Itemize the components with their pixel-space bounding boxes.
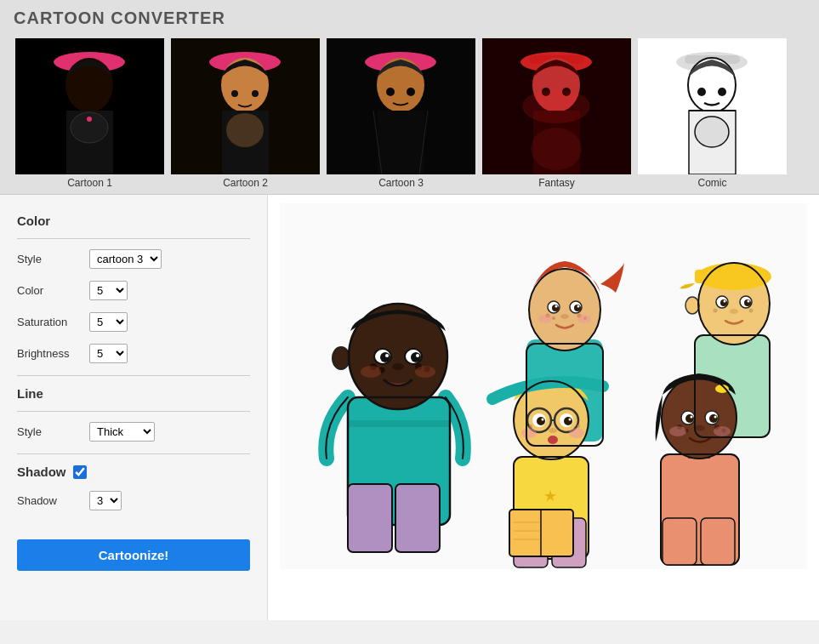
svg-point-111 (577, 425, 580, 428)
divider-line (17, 375, 250, 376)
svg-point-38 (697, 88, 706, 96)
svg-point-3 (65, 58, 113, 112)
svg-point-59 (577, 315, 591, 323)
shadow-header: Shadow (17, 464, 250, 479)
svg-rect-19 (378, 111, 424, 174)
thumb-fantasy[interactable]: Fantasy (481, 37, 633, 194)
style-select[interactable]: cartoon 1 cartoon 2 cartoon 3 fantasy co… (89, 249, 162, 269)
svg-point-18 (377, 58, 424, 112)
svg-point-82 (411, 352, 421, 362)
app-title: CARTOON CONVERTER (14, 9, 805, 28)
svg-point-118 (685, 414, 694, 423)
svg-point-70 (748, 300, 750, 303)
svg-rect-139 (348, 484, 392, 552)
thumb-cartoon2[interactable]: Cartoon 2 (169, 37, 321, 194)
svg-point-120 (691, 416, 693, 419)
left-panel: Color Style cartoon 1 cartoon 2 cartoon … (0, 195, 268, 620)
color-section-title: Color (17, 214, 250, 228)
svg-point-108 (521, 428, 537, 438)
svg-point-58 (538, 315, 552, 323)
shadow-row: Shadow 12 3 45 (17, 491, 250, 510)
svg-point-10 (221, 58, 269, 112)
shadow-section-title: Shadow (17, 464, 66, 479)
thumb-comic-label: Comic (697, 174, 726, 192)
svg-point-83 (385, 354, 389, 357)
svg-point-54 (552, 316, 555, 320)
svg-point-90 (361, 366, 381, 378)
svg-point-57 (560, 314, 569, 319)
svg-point-119 (709, 414, 718, 423)
divider-shadow (17, 453, 250, 454)
svg-point-91 (415, 366, 435, 378)
svg-point-105 (569, 419, 572, 421)
svg-point-81 (380, 352, 390, 362)
svg-point-128 (714, 426, 731, 436)
svg-point-71 (730, 309, 738, 314)
shadow-select[interactable]: 12 3 45 (89, 491, 122, 510)
svg-point-6 (87, 117, 92, 122)
svg-point-74 (685, 297, 699, 314)
svg-point-89 (392, 363, 404, 370)
thumb-comic[interactable]: Comic (636, 37, 788, 194)
thumb-cartoon3-label: Cartoon 3 (378, 174, 424, 192)
svg-point-102 (537, 417, 545, 425)
svg-point-12 (226, 113, 264, 147)
shadow-checkbox[interactable] (73, 465, 87, 479)
svg-point-41 (695, 117, 729, 147)
line-style-row: Style Thin Medium Thick (17, 422, 250, 442)
svg-point-106 (549, 428, 557, 433)
color-row: Color 1234 5 678910 (17, 281, 250, 300)
main-cartoon-image: ★ (280, 203, 807, 569)
color-label: Color (17, 284, 89, 297)
svg-point-14 (252, 90, 259, 97)
brightness-row: Brightness 1234 5 678910 (17, 344, 250, 363)
thumbnail-strip: Cartoon 1 Cartoon 2 (14, 37, 805, 194)
thumb-fantasy-label: Fantasy (538, 174, 575, 192)
svg-point-51 (555, 305, 558, 308)
svg-point-126 (695, 425, 705, 431)
svg-point-21 (407, 88, 415, 96)
line-section-title: Line (17, 386, 250, 401)
divider-line2 (17, 411, 250, 412)
svg-point-31 (522, 89, 590, 123)
svg-point-39 (718, 88, 726, 96)
svg-point-69 (724, 300, 726, 303)
line-style-select[interactable]: Thin Medium Thick (89, 422, 155, 442)
thumb-cartoon1[interactable]: Cartoon 1 (14, 37, 166, 194)
saturation-row: Saturation 1234 5 678910 (17, 312, 250, 332)
svg-point-127 (669, 426, 686, 436)
svg-point-103 (564, 417, 572, 425)
svg-point-92 (333, 347, 350, 369)
svg-point-20 (386, 88, 395, 96)
style-label: Style (17, 253, 89, 265)
line-style-label: Style (17, 425, 89, 438)
svg-rect-144 (701, 518, 735, 565)
svg-point-109 (569, 428, 584, 438)
right-panel: ★ (268, 195, 819, 620)
svg-point-72 (714, 309, 718, 313)
saturation-select[interactable]: 1234 5 678910 (89, 312, 128, 332)
cartoonize-button[interactable]: Cartoonize! (17, 539, 250, 571)
thumb-cartoon1-label: Cartoon 1 (67, 174, 112, 192)
saturation-label: Saturation (17, 316, 89, 328)
svg-point-84 (416, 354, 419, 357)
svg-point-110 (529, 425, 532, 428)
main-content: Color Style cartoon 1 cartoon 2 cartoon … (0, 195, 819, 620)
thumb-cartoon3[interactable]: Cartoon 3 (325, 37, 477, 194)
brightness-select[interactable]: 1234 5 678910 (89, 344, 128, 363)
shadow-label: Shadow (17, 494, 89, 507)
color-select[interactable]: 1234 5 678910 (89, 281, 128, 300)
brightness-label: Brightness (17, 347, 89, 360)
style-row: Style cartoon 1 cartoon 2 cartoon 3 fant… (17, 249, 250, 269)
header: CARTOON CONVERTER (0, 0, 819, 195)
svg-rect-140 (395, 484, 440, 552)
svg-point-73 (749, 309, 754, 313)
divider-color (17, 238, 250, 239)
svg-point-104 (542, 419, 544, 421)
thumb-cartoon2-label: Cartoon 2 (223, 174, 268, 192)
svg-rect-76 (348, 420, 450, 427)
svg-point-32 (531, 128, 582, 170)
svg-rect-143 (663, 518, 697, 565)
svg-point-121 (714, 416, 717, 419)
svg-point-107 (548, 436, 558, 444)
